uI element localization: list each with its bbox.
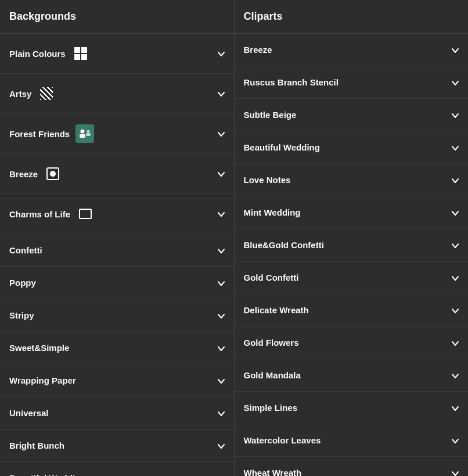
- cliparts-item-label: Breeze: [244, 45, 272, 55]
- cliparts-item-label: Blue&Gold Confetti: [244, 240, 324, 250]
- chevron-down-icon: [452, 273, 459, 282]
- chevron-down-icon: [218, 376, 225, 385]
- chevron-down-icon: [218, 209, 225, 219]
- cliparts-item-beautiful-wedding[interactable]: Beautiful Wedding: [235, 131, 469, 164]
- svg-point-3: [87, 130, 90, 133]
- backgrounds-item-breeze[interactable]: Breeze: [0, 154, 234, 194]
- chevron-down-icon: [452, 338, 459, 348]
- svg-rect-2: [86, 133, 91, 136]
- frame-icon: [76, 205, 95, 223]
- cliparts-item-simple-lines[interactable]: Simple Lines: [235, 392, 469, 424]
- backgrounds-item-universal[interactable]: Universal: [0, 397, 234, 430]
- chevron-down-icon: [218, 246, 225, 255]
- cliparts-item-label: Gold Mandala: [244, 370, 301, 380]
- cliparts-item-blue-gold-confetti[interactable]: Blue&Gold Confetti: [235, 229, 469, 262]
- cliparts-item-label: Gold Confetti: [244, 273, 299, 282]
- backgrounds-item-stripy[interactable]: Stripy: [0, 299, 234, 332]
- grid-icon: [71, 44, 90, 63]
- cliparts-item-label: Ruscus Branch Stencil: [244, 77, 339, 87]
- cliparts-list: BreezeRuscus Branch StencilSubtle BeigeB…: [235, 34, 469, 476]
- cliparts-item-gold-mandala[interactable]: Gold Mandala: [235, 359, 469, 392]
- chevron-down-icon: [218, 343, 225, 353]
- cliparts-item-gold-flowers[interactable]: Gold Flowers: [235, 327, 469, 359]
- hatched-icon: [37, 84, 56, 103]
- cliparts-column: Cliparts BreezeRuscus Branch StencilSubt…: [235, 0, 469, 476]
- backgrounds-item-confetti[interactable]: Confetti: [0, 234, 234, 267]
- cliparts-item-delicate-wreath[interactable]: Delicate Wreath: [235, 294, 469, 327]
- backgrounds-item-beautiful-wedding[interactable]: Beautiful Wedding: [0, 462, 234, 476]
- cliparts-item-label: Subtle Beige: [244, 110, 297, 120]
- chevron-down-icon: [452, 371, 459, 380]
- cliparts-item-label: Love Notes: [244, 175, 291, 185]
- backgrounds-item-plain-colours[interactable]: Plain Colours: [0, 34, 234, 74]
- backgrounds-item-label: Charms of Life: [9, 209, 70, 219]
- backgrounds-item-label: Breeze: [9, 169, 38, 179]
- backgrounds-item-wrapping-paper[interactable]: Wrapping Paper: [0, 364, 234, 397]
- chevron-down-icon: [218, 311, 225, 320]
- chevron-down-icon: [452, 241, 459, 250]
- chevron-down-icon: [218, 89, 225, 98]
- backgrounds-item-label: Confetti: [9, 245, 42, 255]
- backgrounds-item-label: Wrapping Paper: [9, 375, 76, 385]
- cliparts-item-label: Delicate Wreath: [244, 305, 309, 315]
- chevron-down-icon: [218, 474, 225, 477]
- backgrounds-item-poppy[interactable]: Poppy: [0, 267, 234, 299]
- chevron-down-icon: [452, 208, 459, 217]
- cliparts-header: Cliparts: [235, 0, 469, 34]
- chevron-down-icon: [452, 306, 459, 315]
- cliparts-item-label: Mint Wedding: [244, 207, 301, 217]
- cliparts-item-label: Watercolor Leaves: [244, 435, 321, 445]
- cliparts-item-label: Gold Flowers: [244, 338, 299, 348]
- cliparts-item-watercolor-leaves[interactable]: Watercolor Leaves: [235, 424, 469, 457]
- backgrounds-item-sweet-simple[interactable]: Sweet&Simple: [0, 332, 234, 364]
- chevron-down-icon: [218, 169, 225, 178]
- chevron-down-icon: [218, 49, 225, 58]
- svg-point-0: [81, 130, 85, 134]
- cliparts-item-label: Simple Lines: [244, 403, 298, 413]
- backgrounds-item-label: Plain Colours: [9, 49, 66, 59]
- backgrounds-item-charms-of-life[interactable]: Charms of Life: [0, 194, 234, 234]
- circle-rect-icon: [44, 164, 62, 183]
- cliparts-item-gold-confetti[interactable]: Gold Confetti: [235, 262, 469, 294]
- cliparts-item-ruscus-branch-stencil[interactable]: Ruscus Branch Stencil: [235, 66, 469, 99]
- backgrounds-item-label: Stripy: [9, 310, 34, 320]
- backgrounds-item-artsy[interactable]: Artsy: [0, 74, 234, 114]
- backgrounds-column: Backgrounds Plain Colours ArtsyForest Fr…: [0, 0, 235, 476]
- backgrounds-item-label: Poppy: [9, 278, 36, 288]
- chevron-down-icon: [452, 45, 459, 55]
- svg-rect-6: [80, 209, 91, 219]
- backgrounds-header: Backgrounds: [0, 0, 234, 34]
- svg-rect-1: [80, 134, 85, 138]
- cliparts-item-breeze[interactable]: Breeze: [235, 34, 469, 66]
- chevron-down-icon: [218, 278, 225, 288]
- backgrounds-item-label: Artsy: [9, 89, 31, 99]
- chevron-down-icon: [452, 110, 459, 120]
- cliparts-item-label: Wheat Wreath: [244, 468, 302, 476]
- chevron-down-icon: [452, 176, 459, 185]
- chevron-down-icon: [452, 468, 459, 477]
- chevron-down-icon: [452, 436, 459, 445]
- backgrounds-item-label: Sweet&Simple: [9, 343, 69, 353]
- cliparts-item-love-notes[interactable]: Love Notes: [235, 164, 469, 196]
- main-container: Backgrounds Plain Colours ArtsyForest Fr…: [0, 0, 468, 476]
- chevron-down-icon: [218, 409, 225, 418]
- backgrounds-list: Plain Colours ArtsyForest Friends Breeze: [0, 34, 234, 476]
- chevron-down-icon: [452, 403, 459, 413]
- chevron-down-icon: [218, 129, 225, 138]
- backgrounds-item-bright-bunch[interactable]: Bright Bunch: [0, 430, 234, 462]
- chevron-down-icon: [452, 78, 459, 87]
- backgrounds-item-label: Beautiful Wedding: [9, 473, 85, 476]
- chevron-down-icon: [218, 441, 225, 450]
- cliparts-item-wheat-wreath[interactable]: Wheat Wreath: [235, 457, 469, 476]
- backgrounds-item-forest-friends[interactable]: Forest Friends: [0, 114, 234, 154]
- cliparts-item-mint-wedding[interactable]: Mint Wedding: [235, 196, 469, 229]
- cliparts-item-label: Beautiful Wedding: [244, 142, 320, 152]
- backgrounds-item-label: Forest Friends: [9, 129, 70, 139]
- persons-icon: [75, 124, 94, 143]
- cliparts-item-subtle-beige[interactable]: Subtle Beige: [235, 99, 469, 131]
- svg-point-5: [50, 171, 56, 177]
- chevron-down-icon: [452, 143, 459, 152]
- backgrounds-item-label: Universal: [9, 408, 49, 418]
- backgrounds-item-label: Bright Bunch: [9, 441, 64, 450]
